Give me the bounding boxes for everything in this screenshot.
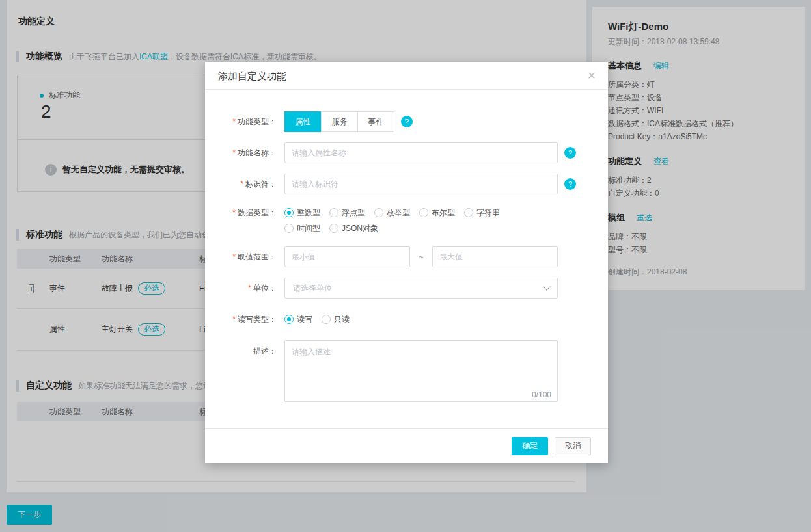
modal-title: 添加自定义功能 (218, 70, 286, 81)
radio-icon (284, 224, 294, 233)
cancel-button[interactable]: 取消 (555, 437, 591, 455)
required-mark: * (232, 315, 236, 324)
radio-icon (322, 315, 331, 324)
rw-type-label: 读写类型： (238, 315, 277, 324)
add-custom-function-modal: 添加自定义功能 ✕ *功能类型： 属性 服务 事件 ? *功能名称： ? *标识… (205, 62, 608, 463)
radio-icon (329, 224, 338, 233)
modal-footer: 确定 取消 (205, 428, 608, 463)
tab-event[interactable]: 事件 (357, 111, 394, 132)
tab-service[interactable]: 服务 (321, 111, 358, 132)
max-value-input[interactable] (432, 246, 558, 267)
radio-icon (284, 208, 294, 217)
radio-icon (284, 315, 294, 324)
function-type-label: 功能类型： (238, 117, 277, 126)
description-textarea[interactable] (284, 340, 558, 402)
field-unit: *单位： 请选择单位 (205, 278, 608, 299)
help-icon[interactable]: ? (401, 116, 413, 127)
modal-header: 添加自定义功能 ✕ (205, 62, 608, 90)
radio-icon (329, 208, 338, 217)
field-function-type: *功能类型： 属性 服务 事件 ? (205, 111, 608, 132)
required-mark: * (248, 284, 251, 293)
field-rw-type: *读写类型： 读写 只读 (205, 309, 608, 330)
required-mark: * (232, 252, 236, 261)
help-icon[interactable]: ? (564, 147, 576, 159)
chevron-down-icon (543, 283, 550, 290)
unit-select-placeholder: 请选择单位 (293, 283, 332, 294)
field-value-range: *取值范围： ~ (205, 246, 608, 267)
value-range-label: 取值范围： (238, 252, 277, 261)
field-function-name: *功能名称： ? (205, 142, 608, 163)
identifier-input[interactable] (284, 174, 558, 194)
radio-option-bool[interactable]: 布尔型 (419, 205, 455, 220)
required-mark: * (240, 180, 243, 189)
radio-icon (464, 208, 473, 217)
modal-body: *功能类型： 属性 服务 事件 ? *功能名称： ? *标识符： ? (205, 90, 608, 405)
required-mark: * (232, 148, 236, 157)
radio-option-string[interactable]: 字符串 (464, 205, 500, 220)
identifier-label: 标识符： (245, 180, 277, 189)
radio-option-time[interactable]: 时间型 (284, 220, 320, 236)
data-type-options: 整数型浮点型枚举型布尔型字符串 时间型JSON对象 (284, 205, 558, 236)
unit-label: 单位： (253, 284, 277, 293)
required-mark: * (232, 208, 236, 217)
char-counter: 0/100 (532, 390, 551, 399)
unit-select[interactable]: 请选择单位 (284, 278, 558, 299)
radio-option-enum[interactable]: 枚举型 (374, 205, 410, 220)
radio-option-json[interactable]: JSON对象 (329, 220, 378, 236)
radio-option-readwrite[interactable]: 读写 (284, 312, 312, 327)
tab-attribute[interactable]: 属性 (284, 111, 322, 132)
radio-icon (374, 208, 383, 217)
radio-option-int[interactable]: 整数型 (284, 205, 320, 220)
radio-option-readonly[interactable]: 只读 (322, 312, 350, 327)
range-separator: ~ (410, 252, 432, 261)
data-type-label: 数据类型： (238, 208, 277, 217)
description-label: 描述： (253, 347, 277, 356)
min-value-input[interactable] (284, 246, 410, 267)
field-data-type: *数据类型： 整数型浮点型枚举型布尔型字符串 时间型JSON对象 (205, 205, 608, 236)
function-name-input[interactable] (284, 142, 558, 163)
radio-option-float[interactable]: 浮点型 (329, 205, 365, 220)
function-type-tabs: 属性 服务 事件 (284, 111, 394, 132)
required-mark: * (232, 117, 236, 126)
field-identifier: *标识符： ? (205, 174, 608, 194)
help-icon[interactable]: ? (564, 178, 576, 190)
close-icon[interactable]: ✕ (584, 62, 599, 90)
function-name-label: 功能名称： (238, 148, 277, 157)
radio-icon (419, 208, 428, 217)
confirm-button[interactable]: 确定 (512, 437, 548, 455)
field-description: 描述： 0/100 (205, 340, 608, 405)
